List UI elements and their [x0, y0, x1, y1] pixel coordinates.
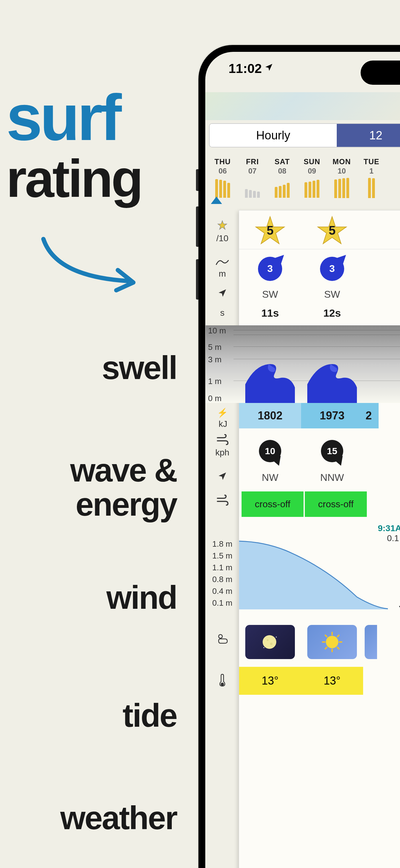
moon-icon [261, 633, 279, 651]
svg-point-4 [270, 643, 272, 645]
day-sun[interactable]: SUN 09 [297, 157, 327, 198]
period-unit-label: s [220, 308, 225, 318]
tide-time-value: 9:31AM [378, 523, 400, 533]
wind-quality-value: cross-off [241, 491, 304, 517]
wind-icon [216, 495, 229, 507]
day-number: 10 [338, 167, 346, 176]
wind-speed-badge: 10 [259, 440, 281, 462]
row-swell-direction: SW SW [239, 285, 400, 304]
day-tue[interactable]: TUE 1 [357, 157, 386, 198]
phone-volume-down [196, 259, 198, 300]
compass-arrow-icon [218, 471, 227, 481]
wind-speed-value: 10 [265, 446, 275, 456]
rating-scale-label: /10 [216, 234, 229, 243]
swell-unit-label: m [219, 269, 226, 279]
weather-cell-partial [363, 620, 378, 664]
active-day-indicator-icon [211, 196, 222, 204]
rating-bars-icon [368, 178, 375, 198]
gutter-weather [206, 633, 239, 645]
day-fri[interactable]: FRI 07 [237, 157, 267, 198]
tab-12-hour[interactable]: 12 [337, 124, 400, 147]
phone-frame: 11:02 Hourly 12 THU 06 [198, 45, 400, 868]
swell-period-value: 12s [301, 304, 363, 322]
row-temperature: 13° 13° [239, 667, 400, 695]
svg-point-0 [219, 634, 222, 638]
wave-icon [215, 257, 229, 268]
day-number: 08 [278, 167, 287, 176]
gutter-wind: kph [206, 434, 239, 458]
day-mon[interactable]: MON 10 [327, 157, 357, 198]
tide-section: 9:31AM 0.1 m 1.8 m 1.5 m 1.1 m 0.8 m 0.4… [239, 521, 400, 611]
gutter-direction [206, 288, 239, 298]
svg-point-2 [263, 635, 276, 649]
wind-speed-value: 15 [327, 446, 337, 456]
wave-tick: 0 m [208, 394, 222, 403]
wave-tick: 10 m [208, 326, 226, 336]
direction-arrow-icon [275, 252, 287, 264]
day-number: 07 [248, 167, 257, 176]
temperature-value: 13° [301, 667, 363, 695]
rating-cell: 5 [301, 212, 363, 249]
rating-value: 5 [267, 223, 273, 238]
swell-direction-value: SW [301, 285, 363, 304]
energy-value: 1802 [239, 403, 301, 428]
wave-glyph-icon [245, 353, 295, 403]
energy-unit-label: kJ [219, 419, 227, 429]
thermometer-icon [219, 673, 226, 688]
day-thu[interactable]: THU 06 [208, 157, 237, 198]
gutter-temp [206, 673, 239, 688]
label-tide: tide [123, 699, 177, 733]
location-services-icon [264, 63, 273, 74]
phone-screen: 11:02 Hourly 12 THU 06 [205, 52, 400, 868]
label-weather: weather [60, 801, 177, 835]
wave-tick: 5 m [208, 342, 222, 352]
swell-direction-badge: 3 [320, 257, 344, 281]
row-swell-period: 11s 12s [239, 304, 400, 322]
rating-bars-icon [334, 178, 349, 198]
day-selector[interactable]: THU 06 FRI 07 [205, 154, 400, 198]
compass-arrow-icon [218, 288, 227, 298]
label-swell: swell [102, 351, 177, 385]
tide-scale: 1.8 m 1.5 m 1.1 m 0.8 m 0.4 m 0.1 m [206, 538, 239, 609]
tab-hourly[interactable]: Hourly [210, 124, 337, 147]
tide-tick: 1.5 m [206, 550, 239, 562]
wind-arrow-icon [333, 456, 346, 467]
weather-night-tile [245, 625, 295, 659]
wind-quality-value: cross-off [305, 491, 367, 517]
swell-direction-badge: 3 [258, 257, 282, 281]
day-number: 1 [369, 167, 373, 176]
tide-tick: 1.1 m [206, 562, 239, 574]
swell-height-value: 3 [267, 263, 273, 274]
map-preview[interactable] [205, 92, 400, 120]
wave-cell [301, 344, 363, 403]
arrow-swoosh-icon [37, 233, 149, 295]
row-weather [239, 620, 400, 664]
rating-bars-icon [245, 178, 260, 198]
row-wave-visual [239, 344, 400, 403]
star-rating-badge: 5 [255, 215, 286, 246]
temperature-value: 13° [239, 667, 301, 695]
svg-line-15 [337, 635, 339, 637]
weather-icon [216, 633, 229, 645]
day-name: MON [333, 157, 351, 166]
gutter-rating: /10 [206, 220, 239, 243]
day-number: 06 [219, 167, 227, 176]
phone-side-button [196, 169, 198, 191]
forecast-panel[interactable]: /10 m s ⚡ [239, 210, 400, 868]
row-wave-energy: 1802 1973 2 [239, 403, 400, 428]
weather-sunny-tile [365, 625, 377, 659]
day-name: TUE [364, 157, 379, 166]
tide-tick: 0.4 m [206, 585, 239, 597]
gutter-energy: ⚡ kJ [206, 408, 239, 429]
wind-direction-value: NNW [301, 468, 363, 487]
wave-glyph-icon [307, 353, 357, 403]
gutter-wind-quality [206, 495, 239, 507]
svg-point-5 [276, 637, 277, 638]
label-wind: wind [106, 581, 177, 615]
gutter-wind-dir [206, 471, 239, 481]
wave-tick: 1 m [208, 377, 222, 386]
wave-tick: 3 m [208, 355, 222, 365]
day-sat[interactable]: SAT 08 [267, 157, 297, 198]
rating-bars-icon [275, 178, 290, 198]
star-outline-icon [217, 220, 228, 232]
